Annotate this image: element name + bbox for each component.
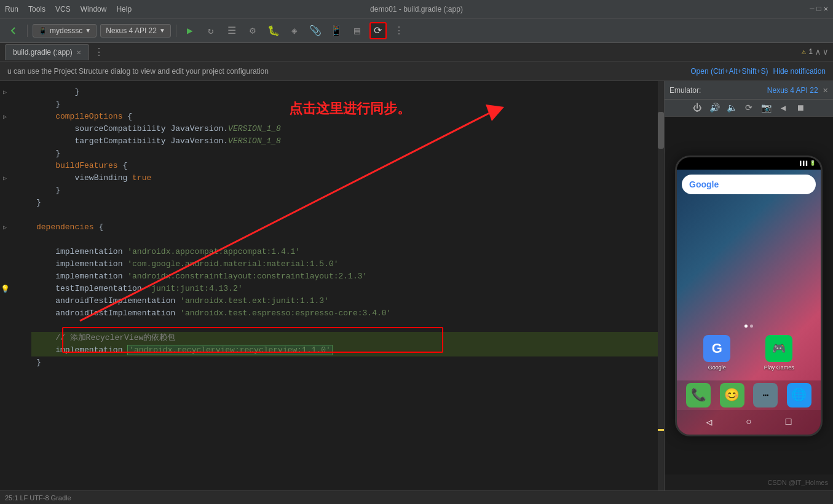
window-controls: ─ □ ✕ — [810, 4, 828, 14]
play-games-app[interactable]: 🎮 Play Games — [764, 335, 794, 371]
browser-app-icon: 🌐 — [787, 383, 811, 408]
gutter-icon-2[interactable]: ▷ — [0, 111, 10, 123]
code-line: buildFeatures { — [31, 160, 658, 172]
emulator-close-btn[interactable]: ✕ — [823, 85, 828, 95]
menu-help[interactable]: Help — [116, 5, 132, 14]
gutter-icon-5: 💡 — [0, 283, 10, 295]
nav-back[interactable]: ◁ — [706, 416, 713, 428]
code-line: dependencies { — [31, 221, 658, 234]
emulator-label: Emulator: — [669, 86, 762, 95]
run-button[interactable]: ▶ — [181, 22, 199, 39]
refresh-button[interactable]: ↻ — [202, 22, 219, 39]
code-line: } — [31, 197, 658, 209]
notification-text: u can use the Project Structure dialog t… — [7, 67, 685, 76]
warning-icon: ⚠ — [802, 47, 806, 57]
tab-label: build.gradle (:app) — [13, 48, 73, 57]
emu-back[interactable]: ◀ — [776, 101, 790, 115]
code-editor: ▷ ▷ ▷ ▷ 💡 — [0, 81, 664, 490]
code-line — [31, 234, 658, 246]
code-line: testImplementation 'junit:junit:4.13.2' — [31, 283, 658, 295]
emulator-panel: Emulator: Nexus 4 API 22 ✕ ⏻ 🔊 🔈 ⟳ 📷 ◀ ⏹… — [664, 81, 833, 490]
browser-app[interactable]: 🌐 — [787, 383, 811, 408]
notification-dismiss[interactable]: Hide notification — [773, 67, 826, 76]
more-button[interactable]: ⋮ — [390, 22, 408, 39]
gutter-icon-3[interactable]: ▷ — [0, 172, 10, 184]
attach-button[interactable]: 📎 — [307, 22, 324, 39]
dot-1 — [744, 325, 748, 328]
emulator-toolbar: ⏻ 🔊 🔈 ⟳ 📷 ◀ ⏹ — [665, 100, 833, 117]
app-row: G Google 🎮 Play Games — [677, 330, 821, 376]
notification-bar: u can use the Project Structure dialog t… — [0, 61, 833, 81]
google-app[interactable]: G Google — [703, 335, 730, 371]
back-button[interactable] — [5, 22, 22, 39]
launcher-app-icon: ⋯ — [753, 383, 778, 408]
signal-icon: ▐▐▐ — [799, 160, 807, 166]
launcher-app[interactable]: ⋯ — [753, 383, 778, 408]
phone-search-bar[interactable]: Google — [682, 175, 816, 194]
dot-2 — [750, 325, 753, 328]
title-bar: Run Tools VCS Window Help demo01 - build… — [0, 0, 833, 18]
menu-window[interactable]: Window — [81, 5, 107, 14]
gutter-icon-4[interactable]: ▷ — [0, 221, 10, 234]
tab-build-gradle[interactable]: build.gradle (:app) ✕ — [5, 44, 89, 60]
contacts-app[interactable]: 😊 — [720, 383, 744, 408]
nav-home[interactable]: ○ — [746, 417, 752, 428]
code-line: } — [31, 148, 658, 160]
menu-vcs[interactable]: VCS — [55, 5, 71, 14]
code-content[interactable]: } } compileOptions { sourceCompatibility… — [31, 81, 658, 490]
notification-link[interactable]: Open (Ctrl+Alt+Shift+S) — [690, 67, 768, 76]
device-manager[interactable]: 📱 — [328, 22, 345, 39]
sync-button[interactable]: ⟳ — [369, 22, 387, 39]
emu-volume-up[interactable]: 🔊 — [708, 101, 721, 115]
profile-button[interactable]: ◈ — [286, 22, 303, 39]
phone-status-bar: ▐▐▐ 🔋 — [677, 157, 821, 170]
emu-stop[interactable]: ⏹ — [794, 101, 807, 115]
emu-volume-down[interactable]: 🔈 — [725, 101, 738, 115]
emu-rotate[interactable]: ⟳ — [742, 101, 756, 115]
gutter-icon-fold[interactable]: ▷ — [0, 86, 10, 98]
google-app-label: Google — [708, 364, 726, 371]
scroll-marker — [658, 429, 664, 431]
code-line — [31, 209, 658, 221]
device-selector[interactable]: 📱 mydesssc ▼ — [33, 24, 97, 37]
emulator-device: Nexus 4 API 22 — [767, 86, 818, 95]
code-line-highlight: implementation 'androidx.recyclerview:re… — [31, 344, 658, 356]
code-line-comment: // 添加RecyclerView的依赖包 — [31, 332, 658, 344]
separator-1 — [27, 25, 28, 37]
tab-close[interactable]: ✕ — [76, 49, 81, 56]
content-area: ▷ ▷ ▷ ▷ 💡 — [0, 81, 833, 490]
gradle-button[interactable]: ☰ — [223, 22, 240, 39]
chevron-up[interactable]: ∧ — [815, 47, 820, 57]
bottom-status-bar: 25:1 LF UTF-8 Gradle — [0, 490, 833, 504]
editor-scrollbar[interactable] — [658, 81, 664, 490]
debug-button[interactable]: 🐛 — [265, 22, 282, 39]
warning-count: 1 — [808, 48, 813, 57]
battery-icon: 🔋 — [810, 160, 816, 166]
code-line: androidTestImplementation 'androidx.test… — [31, 295, 658, 307]
bottom-app-row: 📞 😊 ⋯ — [677, 380, 821, 410]
phone-screen: Google G — [677, 170, 821, 435]
nav-recents[interactable]: □ — [786, 417, 792, 428]
scrollbar-thumb[interactable] — [658, 112, 664, 149]
menu-tools[interactable]: Tools — [28, 5, 45, 14]
emu-power[interactable]: ⏻ — [690, 101, 704, 115]
api-selector[interactable]: Nexus 4 API 22 ▼ — [100, 24, 171, 37]
phone-app-icon: 📞 — [686, 383, 711, 408]
settings-button[interactable]: ⚙ — [244, 22, 261, 39]
tab-more[interactable]: ⋮ — [94, 46, 104, 58]
chevron-down[interactable]: ∨ — [823, 47, 828, 57]
code-line: viewBinding true — [31, 172, 658, 184]
separator-2 — [176, 25, 176, 37]
code-line: implementation 'androidx.constraintlayou… — [31, 270, 658, 283]
phone-app[interactable]: 📞 — [686, 383, 711, 408]
code-line: } — [31, 86, 658, 98]
code-line: implementation 'com.google.android.mater… — [31, 258, 658, 270]
status-text: 25:1 LF UTF-8 Gradle — [5, 494, 71, 502]
menu-run[interactable]: Run — [5, 5, 18, 14]
google-logo: Google — [689, 179, 719, 189]
avd-button[interactable]: ▤ — [349, 22, 366, 39]
main-toolbar: 📱 mydesssc ▼ Nexus 4 API 22 ▼ ▶ ↻ ☰ ⚙ 🐛 … — [0, 18, 833, 43]
phone-frame: ▐▐▐ 🔋 Google — [665, 117, 833, 474]
emu-screenshot[interactable]: 📷 — [759, 101, 773, 115]
window-title: demo01 - build.gradle (:app) — [370, 5, 463, 14]
